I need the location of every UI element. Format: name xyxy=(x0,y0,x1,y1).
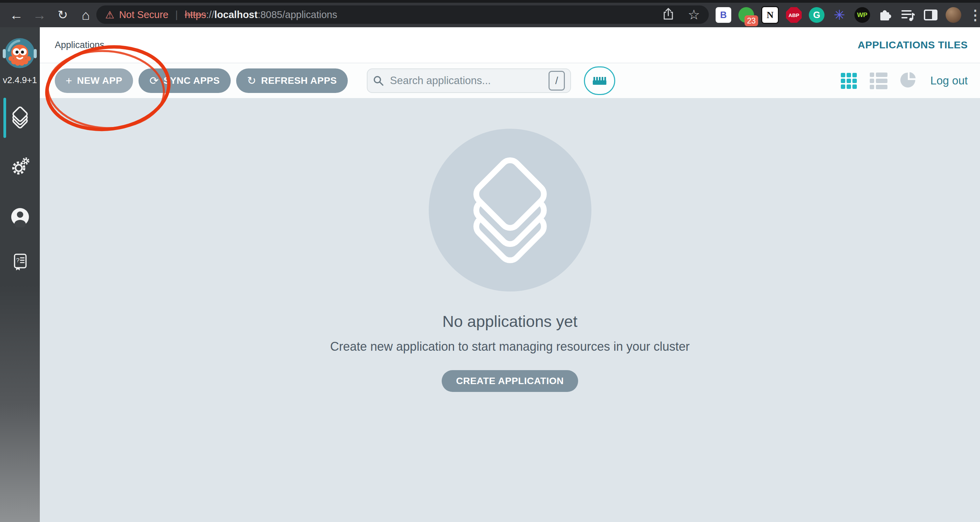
version-label: v2.4.9+1 xyxy=(0,75,40,85)
url-scheme: https xyxy=(185,9,206,20)
search-shortcut-hint: / xyxy=(549,71,565,91)
extension-notion-icon[interactable]: N xyxy=(761,6,779,24)
page-url: https://localhost:8085/applications xyxy=(185,9,337,21)
extension-adblock-icon[interactable]: ABP xyxy=(786,7,802,23)
url-path: :8085/applications xyxy=(258,9,337,20)
browser-nav-buttons: ← → ↻ ⌂ xyxy=(5,3,97,27)
refresh-icon: ↻ xyxy=(247,74,256,87)
sync-apps-button[interactable]: ⟳ SYNC APPS xyxy=(138,69,231,93)
warning-icon: ⚠ xyxy=(105,9,115,21)
create-application-button[interactable]: CREATE APPLICATION xyxy=(442,370,578,392)
applications-empty-state: No applications yet Create new applicati… xyxy=(40,98,980,522)
sidebar-item-applications[interactable] xyxy=(0,97,40,138)
reload-button-icon[interactable]: ↻ xyxy=(51,8,74,22)
layers-icon xyxy=(8,105,32,131)
summary-view-icon[interactable] xyxy=(900,72,917,90)
url-separator: | xyxy=(175,9,178,21)
help-book-icon: ? xyxy=(10,252,30,272)
empty-state-title: No applications yet xyxy=(442,312,578,330)
refresh-apps-label: REFRESH APPS xyxy=(261,75,337,86)
sync-icon: ⟳ xyxy=(150,74,159,87)
toolbar: + NEW APP ⟳ SYNC APPS ↻ REFRESH APPS / xyxy=(40,63,980,98)
gear-icon xyxy=(9,155,31,177)
health-bar-toggle[interactable] xyxy=(584,66,615,95)
tiles-view-icon[interactable] xyxy=(841,73,857,89)
profile-avatar[interactable] xyxy=(946,7,961,23)
ruler-icon xyxy=(592,76,607,86)
url-host: localhost xyxy=(215,9,258,20)
screen: ← → ↻ ⌂ ⚠ Not Secure | https://localhost… xyxy=(0,0,980,522)
window-top-edge xyxy=(0,0,980,3)
sidebar: v2.4.9+1 xyxy=(0,27,40,522)
bookmark-star-icon[interactable]: ☆ xyxy=(688,8,700,21)
home-button-icon[interactable]: ⌂ xyxy=(74,8,97,23)
breadcrumb: Applications xyxy=(55,27,105,63)
extensions-puzzle-icon[interactable] xyxy=(877,7,893,23)
extension-b-icon[interactable]: B xyxy=(716,7,731,23)
search-icon xyxy=(373,75,384,86)
logout-link[interactable]: Log out xyxy=(930,74,968,87)
search-input[interactable] xyxy=(389,74,549,87)
not-secure-label[interactable]: Not Secure xyxy=(119,9,169,21)
list-view-icon[interactable] xyxy=(870,72,888,89)
page-header: Applications APPLICATIONS TILES xyxy=(40,27,980,63)
pushbullet-badge: 23 xyxy=(745,15,758,26)
view-controls: Log out xyxy=(841,72,968,90)
browser-menu-icon[interactable]: ⋮ xyxy=(969,7,977,23)
share-icon[interactable] xyxy=(662,8,674,22)
sidebar-item-user[interactable] xyxy=(0,196,40,237)
address-bar[interactable]: ⚠ Not Secure | https://localhost:8085/ap… xyxy=(96,5,709,24)
sidebar-item-docs[interactable]: ? xyxy=(0,242,40,283)
browser-chrome: ← → ↻ ⌂ ⚠ Not Secure | https://localhost… xyxy=(0,0,980,27)
svg-text:?: ? xyxy=(16,257,19,263)
extension-wp-icon[interactable]: WP xyxy=(854,7,870,23)
side-panel-icon[interactable] xyxy=(923,7,939,23)
back-button-icon[interactable]: ← xyxy=(5,8,28,23)
url-scheme-sep: :// xyxy=(206,9,215,20)
new-app-label: NEW APP xyxy=(77,75,122,86)
plus-icon: + xyxy=(66,75,72,87)
empty-state-subtitle: Create new application to start managing… xyxy=(330,340,690,354)
extension-pushbullet-icon[interactable]: 23 xyxy=(738,7,754,23)
argocd-logo[interactable] xyxy=(3,37,37,71)
new-app-button[interactable]: + NEW APP xyxy=(55,69,133,93)
sync-apps-label: SYNC APPS xyxy=(164,75,220,86)
extension-asterisk-icon[interactable]: ✳ xyxy=(832,7,847,23)
refresh-apps-button[interactable]: ↻ REFRESH APPS xyxy=(236,69,348,93)
search-box[interactable]: / xyxy=(367,69,571,93)
view-title: APPLICATIONS TILES xyxy=(858,27,968,63)
playlist-icon[interactable] xyxy=(900,7,916,23)
sidebar-item-settings[interactable] xyxy=(0,145,40,186)
layers-icon-large xyxy=(452,148,568,273)
empty-state-circle xyxy=(429,129,592,292)
forward-button-icon[interactable]: → xyxy=(28,8,51,23)
user-icon xyxy=(10,206,30,227)
extension-grammarly-icon[interactable]: G xyxy=(809,7,824,23)
extensions-row: B 23 N ABP G ✳ WP xyxy=(716,3,977,27)
